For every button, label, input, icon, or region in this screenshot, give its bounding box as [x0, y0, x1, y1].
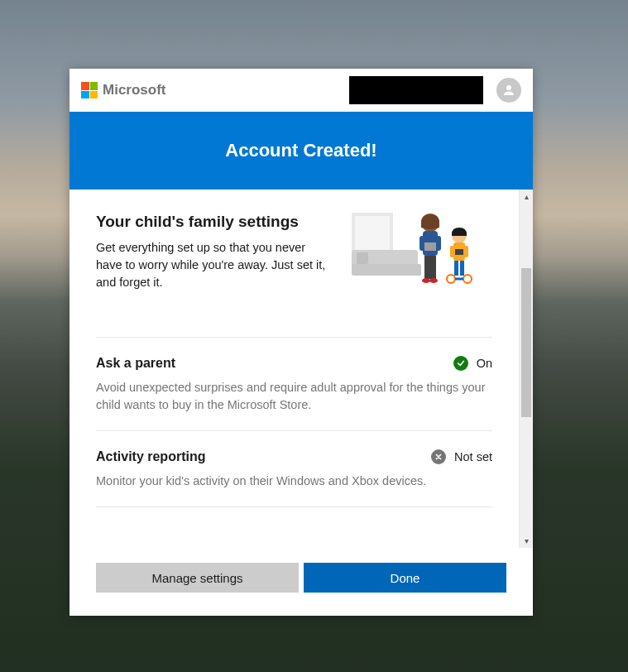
- account-created-dialog: Microsoft Account Created! Your child's …: [70, 69, 533, 616]
- svg-rect-17: [450, 246, 454, 257]
- svg-rect-19: [455, 249, 463, 255]
- intro-text: Your child's family settings Get everyth…: [96, 213, 335, 304]
- microsoft-logo-icon: [81, 82, 98, 98]
- status-label: On: [477, 357, 492, 370]
- banner-title: Account Created!: [225, 140, 376, 161]
- svg-rect-4: [357, 252, 368, 264]
- family-illustration: [352, 213, 492, 304]
- setting-title: Activity reporting: [96, 449, 205, 464]
- dialog-header: Microsoft: [70, 69, 533, 112]
- manage-settings-button[interactable]: Manage settings: [96, 563, 299, 593]
- banner: Account Created!: [70, 112, 533, 190]
- content-wrap: Your child's family settings Get everyth…: [70, 190, 533, 548]
- status-label: Not set: [454, 450, 492, 463]
- svg-point-14: [429, 278, 438, 283]
- svg-rect-9: [436, 236, 441, 251]
- microsoft-logo: Microsoft: [81, 82, 166, 98]
- svg-rect-11: [424, 256, 430, 279]
- person-icon: [501, 83, 516, 98]
- svg-rect-18: [464, 246, 468, 257]
- svg-point-23: [463, 275, 472, 283]
- setting-ask-a-parent[interactable]: Ask a parent On Avoid unexpected surpris…: [96, 338, 492, 431]
- content: Your child's family settings Get everyth…: [70, 190, 519, 548]
- x-circle-icon: [431, 449, 446, 464]
- svg-rect-10: [424, 242, 436, 251]
- redacted-account-info: [349, 76, 483, 104]
- dialog-footer: Manage settings Done: [70, 548, 533, 616]
- intro-heading: Your child's family settings: [96, 213, 335, 231]
- setting-head: Activity reporting Not set: [96, 449, 492, 464]
- svg-rect-8: [419, 236, 424, 251]
- setting-status: Not set: [431, 449, 492, 464]
- svg-point-13: [422, 278, 430, 283]
- setting-title: Ask a parent: [96, 356, 175, 371]
- profile-button[interactable]: [496, 78, 521, 103]
- setting-activity-reporting[interactable]: Activity reporting Not set Monitor your …: [96, 431, 492, 507]
- setting-status: On: [453, 356, 492, 371]
- scroll-up-arrow-icon[interactable]: ▴: [520, 190, 533, 204]
- svg-point-22: [447, 275, 455, 283]
- svg-rect-2: [355, 216, 390, 255]
- intro-section: Your child's family settings Get everyth…: [96, 213, 492, 338]
- intro-body: Get everything set up so that you never …: [96, 239, 328, 291]
- setting-head: Ask a parent On: [96, 356, 492, 371]
- scrollbar[interactable]: ▴ ▾: [519, 190, 533, 548]
- done-button[interactable]: Done: [304, 563, 506, 593]
- check-circle-icon: [453, 356, 468, 371]
- svg-point-0: [506, 85, 511, 90]
- scroll-down-arrow-icon[interactable]: ▾: [520, 534, 533, 548]
- svg-rect-20: [454, 261, 458, 276]
- svg-rect-5: [352, 264, 421, 276]
- svg-rect-21: [460, 261, 464, 276]
- brand-label: Microsoft: [103, 82, 166, 98]
- svg-rect-12: [430, 256, 436, 279]
- scroll-thumb[interactable]: [521, 268, 531, 417]
- setting-description: Monitor your kid's activity on their Win…: [96, 473, 492, 490]
- setting-description: Avoid unexpected surprises and require a…: [96, 379, 492, 414]
